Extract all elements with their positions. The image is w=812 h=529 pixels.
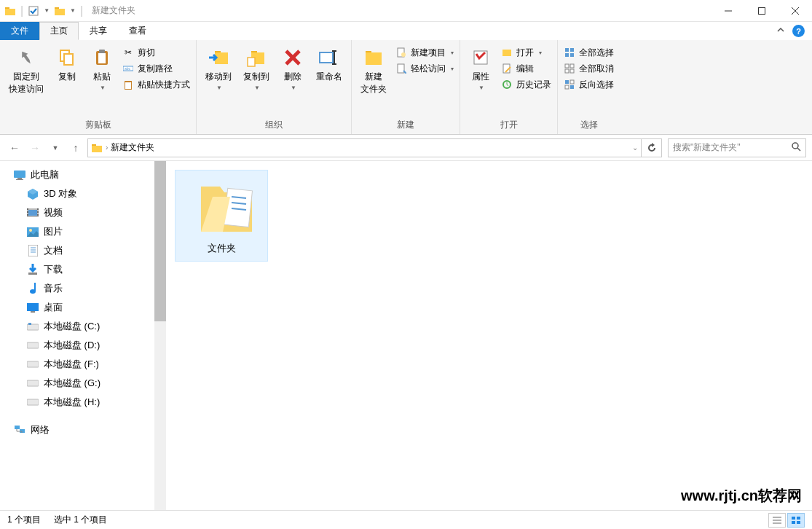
search-input[interactable]: 搜索"新建文件夹" <box>668 138 806 157</box>
tree-music[interactable]: 音乐 <box>0 279 166 298</box>
paste-shortcut-button[interactable]: 粘贴快捷方式 <box>119 77 193 93</box>
copy-path-button[interactable]: abc复制路径 <box>119 60 193 77</box>
chevron-right-icon[interactable]: › <box>106 144 108 152</box>
scrollbar-thumb[interactable] <box>154 161 166 321</box>
collapse-ribbon-icon[interactable] <box>776 26 785 36</box>
tree-videos[interactable]: 视频 <box>0 203 166 222</box>
new-item-button[interactable]: 新建项目▾ <box>393 44 457 60</box>
close-button[interactable] <box>779 0 812 22</box>
paste-label: 粘贴 <box>93 71 111 83</box>
svg-rect-44 <box>565 69 569 73</box>
tab-home[interactable]: 主页 <box>39 22 79 40</box>
ribbon-group-open: 属性▼ 打开▾ 编辑 历史记录 打开 <box>460 40 558 134</box>
tree-pictures[interactable]: 图片 <box>0 222 166 241</box>
music-icon <box>26 282 39 295</box>
details-view-button[interactable] <box>768 513 786 528</box>
cube-icon <box>26 187 39 200</box>
help-icon[interactable]: ? <box>792 25 805 37</box>
refresh-button[interactable] <box>642 138 662 157</box>
tab-share[interactable]: 共享 <box>79 22 118 40</box>
address-bar: ← → ▼ ↑ › 新建文件夹 ⌄ 搜索"新建文件夹" <box>0 135 812 161</box>
tree-desktop[interactable]: 桌面 <box>0 298 166 317</box>
svg-line-53 <box>797 148 800 151</box>
svg-rect-64 <box>37 214 39 216</box>
ribbon-group-new: 新建 文件夹 新建项目▾ 轻松访问▾ 新建 <box>352 40 460 134</box>
easy-access-button[interactable]: 轻松访问▾ <box>393 60 457 77</box>
tree-drive-h[interactable]: 本地磁盘 (H:) <box>0 393 166 412</box>
recent-dropdown[interactable]: ▼ <box>47 139 64 157</box>
rename-icon <box>318 46 341 69</box>
drive-icon <box>26 377 39 390</box>
copy-button[interactable]: 复制 <box>50 43 84 86</box>
chevron-down-icon: ▼ <box>254 85 260 91</box>
up-button[interactable]: ↑ <box>67 139 84 157</box>
tree-this-pc[interactable]: 此电脑 <box>0 165 166 184</box>
separator: | <box>80 4 83 17</box>
edit-button[interactable]: 编辑 <box>498 60 554 77</box>
breadcrumb[interactable]: › 新建文件夹 ⌄ <box>87 138 642 157</box>
sidebar-scrollbar[interactable] <box>154 161 166 511</box>
chevron-down-icon[interactable]: ⌄ <box>632 144 638 152</box>
folder-item[interactable]: 文件夹 <box>175 170 268 262</box>
open-sub-button[interactable]: 打开▾ <box>498 44 554 60</box>
move-to-button[interactable]: 移动到▼ <box>200 43 237 94</box>
invert-icon <box>564 79 575 90</box>
svg-rect-75 <box>27 324 39 330</box>
qa-dropdown-icon[interactable]: ▼ <box>44 7 50 14</box>
svg-rect-77 <box>27 342 39 348</box>
forward-button[interactable]: → <box>26 139 44 157</box>
svg-rect-55 <box>17 178 22 179</box>
tree-drive-g[interactable]: 本地磁盘 (G:) <box>0 374 166 393</box>
svg-point-66 <box>29 229 32 232</box>
desktop-icon <box>26 301 39 314</box>
svg-rect-74 <box>31 311 35 313</box>
svg-rect-42 <box>565 64 569 68</box>
properties-button[interactable]: 属性▼ <box>463 43 498 94</box>
new-folder-icon <box>362 46 385 69</box>
copy-to-button[interactable]: 复制到▼ <box>237 43 275 94</box>
move-icon <box>207 46 230 69</box>
chevron-down-icon: ▾ <box>451 66 454 72</box>
tree-3d-objects[interactable]: 3D 对象 <box>0 184 166 203</box>
tree-drive-d[interactable]: 本地磁盘 (D:) <box>0 336 166 355</box>
paste-button[interactable]: 粘贴 ▼ <box>84 43 119 94</box>
checkbox-icon[interactable] <box>28 5 39 17</box>
tree-network[interactable]: 网络 <box>0 420 166 439</box>
qa-dropdown-icon[interactable]: ▼ <box>70 7 76 14</box>
minimize-button[interactable] <box>712 0 745 22</box>
chevron-down-icon: ▼ <box>100 85 106 91</box>
ribbon-group-clipboard: 固定到 快速访问 复制 粘贴 ▼ ✂剪切 abc复制路径 粘贴快捷方式 剪贴板 <box>0 40 197 134</box>
new-folder-button[interactable]: 新建 文件夹 <box>355 43 393 98</box>
tab-file[interactable]: 文件 <box>0 22 39 40</box>
pin-quick-access-button[interactable]: 固定到 快速访问 <box>3 43 50 98</box>
breadcrumb-item[interactable]: 新建文件夹 <box>111 141 154 154</box>
tree-drive-f[interactable]: 本地磁盘 (F:) <box>0 355 166 374</box>
delete-button[interactable]: 删除▼ <box>275 43 310 94</box>
icons-view-button[interactable] <box>787 513 805 528</box>
tree-drive-c[interactable]: 本地磁盘 (C:) <box>0 317 166 336</box>
tree-downloads[interactable]: 下载 <box>0 260 166 279</box>
open-icon <box>501 47 513 58</box>
copy-to-icon <box>245 46 268 69</box>
invert-selection-button[interactable]: 反向选择 <box>561 77 617 93</box>
file-list[interactable]: 文件夹 <box>166 161 812 511</box>
svg-rect-56 <box>16 179 23 180</box>
main-area: 此电脑 3D 对象 视频 图片 文档 下载 音乐 桌面 本地磁盘 (C:) 本地… <box>0 161 812 511</box>
maximize-button[interactable] <box>745 0 779 22</box>
svg-rect-47 <box>570 80 574 84</box>
svg-rect-93 <box>797 521 800 524</box>
select-none-button[interactable]: 全部取消 <box>561 60 617 77</box>
select-all-button[interactable]: 全部选择 <box>561 44 617 60</box>
cut-button[interactable]: ✂剪切 <box>119 44 193 60</box>
back-button[interactable]: ← <box>6 139 23 157</box>
rename-button[interactable]: 重命名 <box>310 43 348 86</box>
svg-rect-41 <box>570 53 574 57</box>
history-button[interactable]: 历史记录 <box>498 77 554 93</box>
window-controls <box>712 0 812 22</box>
download-icon <box>26 263 39 276</box>
navigation-pane[interactable]: 此电脑 3D 对象 视频 图片 文档 下载 音乐 桌面 本地磁盘 (C:) 本地… <box>0 161 166 511</box>
svg-rect-71 <box>28 273 37 275</box>
tree-documents[interactable]: 文档 <box>0 241 166 260</box>
scissors-icon: ✂ <box>122 47 134 58</box>
tab-view[interactable]: 查看 <box>118 22 157 40</box>
